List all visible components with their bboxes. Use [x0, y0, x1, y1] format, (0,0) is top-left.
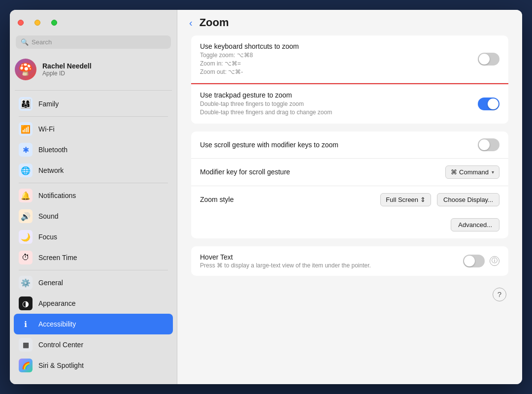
- keyboard-shortcuts-toggle[interactable]: [478, 53, 499, 66]
- main-content: ‹ Zoom Use keyboard shortcuts to zoom To…: [177, 10, 522, 384]
- sidebar-divider-4: [19, 270, 168, 270]
- scroll-gesture-toggle[interactable]: [478, 138, 499, 151]
- trackpad-gesture-row: Use trackpad gesture to zoom Double-tap …: [191, 84, 508, 124]
- stepper-arrows-icon: ⇕: [420, 196, 426, 203]
- main-header: ‹ Zoom: [177, 10, 522, 35]
- minimize-button[interactable]: [34, 20, 40, 26]
- profile-sub: Apple ID: [42, 70, 92, 77]
- screentime-icon: ⏱: [19, 251, 33, 264]
- sidebar-item-network[interactable]: 🌐 Network: [14, 160, 173, 181]
- sidebar-divider-3: [19, 183, 168, 183]
- sidebar-item-label: Bluetooth: [38, 146, 67, 154]
- sidebar-list: 👨‍👩‍👧 Family 📶 Wi-Fi ✱ Bluetooth 🌐 Netwo…: [10, 94, 177, 384]
- help-button[interactable]: ?: [493, 288, 506, 301]
- trackpad-gesture-highlighted: Use trackpad gesture to zoom Double-tap …: [191, 83, 508, 124]
- search-icon: 🔍: [21, 38, 29, 46]
- sidebar-item-sound[interactable]: 🔊 Sound: [14, 206, 173, 227]
- sidebar-item-label: Family: [38, 100, 59, 108]
- sidebar-item-accessibility[interactable]: ℹ Accessibility: [14, 314, 173, 334]
- sidebar-item-wifi[interactable]: 📶 Wi-Fi: [14, 119, 173, 139]
- sidebar-item-label: General: [38, 279, 63, 287]
- hover-text-card: Hover Text Press ⌘ to display a large-te…: [191, 246, 508, 276]
- sidebar-item-label: Screen Time: [38, 254, 77, 262]
- titlebar: [10, 10, 177, 35]
- close-button[interactable]: [18, 20, 24, 26]
- keyboard-shortcuts-desc: Toggle zoom: ⌥⌘8Zoom in: ⌥⌘=Zoom out: ⌥⌘…: [200, 51, 472, 76]
- sidebar-item-label: Appearance: [38, 299, 76, 307]
- sidebar-item-label: Siri & Spotlight: [38, 361, 84, 369]
- sidebar-item-bluetooth[interactable]: ✱ Bluetooth: [14, 139, 173, 160]
- main-window: 🔍 Search 🍄 Rachel Needell Apple ID 👨‍👩‍👧…: [10, 10, 522, 384]
- maximize-button[interactable]: [51, 20, 57, 26]
- trackpad-gesture-toggle[interactable]: [478, 98, 499, 110]
- trackpad-gesture-title: Use trackpad gesture to zoom: [200, 91, 472, 99]
- hover-text-info-button[interactable]: ⓘ: [490, 256, 499, 266]
- modifier-key-title: Modifier key for scroll gesture: [200, 168, 439, 176]
- siri-icon: 🌈: [19, 359, 33, 372]
- toggle-knob: [479, 54, 490, 65]
- scroll-gesture-card: Use scroll gesture with modifier keys to…: [191, 131, 508, 238]
- sidebar: 🔍 Search 🍄 Rachel Needell Apple ID 👨‍👩‍👧…: [10, 10, 177, 384]
- appearance-icon: ◑: [19, 296, 33, 310]
- sidebar-item-appearance[interactable]: ◑ Appearance: [14, 293, 173, 314]
- search-bar[interactable]: 🔍 Search: [16, 35, 171, 49]
- sidebar-item-label: Notifications: [38, 192, 76, 199]
- page-title: Zoom: [200, 16, 229, 29]
- sound-icon: 🔊: [19, 209, 33, 223]
- general-icon: ⚙️: [19, 276, 33, 290]
- search-input[interactable]: Search: [32, 38, 52, 46]
- modifier-key-row: Modifier key for scroll gesture ⌘ Comman…: [191, 159, 508, 186]
- hover-text-desc: Press ⌘ to display a large-text view of …: [200, 262, 458, 269]
- sidebar-item-notifications[interactable]: 🔔 Notifications: [14, 185, 173, 206]
- hover-text-toggle[interactable]: [463, 255, 485, 267]
- hover-text-title: Hover Text: [200, 253, 458, 261]
- sidebar-item-label: Network: [38, 166, 64, 174]
- advanced-row: Advanced...: [191, 213, 508, 238]
- sidebar-item-family[interactable]: 👨‍👩‍👧 Family: [14, 94, 173, 114]
- trackpad-gesture-desc: Double-tap three fingers to toggle zoomD…: [200, 100, 472, 117]
- avatar: 🍄: [15, 59, 36, 80]
- toggle-knob-3: [479, 139, 490, 150]
- zoom-style-stepper[interactable]: Full Screen ⇕: [380, 193, 431, 206]
- sidebar-item-screentime[interactable]: ⏱ Screen Time: [14, 247, 173, 268]
- advanced-button[interactable]: Advanced...: [451, 218, 499, 231]
- notifications-icon: 🔔: [19, 189, 33, 202]
- sidebar-item-label: Focus: [38, 233, 57, 241]
- controlcenter-icon: ▦: [19, 338, 33, 352]
- toggle-knob-4: [464, 256, 475, 266]
- bluetooth-icon: ✱: [19, 143, 33, 157]
- keyboard-shortcuts-title: Use keyboard shortcuts to zoom: [200, 42, 472, 50]
- sidebar-item-general[interactable]: ⚙️ General: [14, 272, 173, 293]
- profile-name: Rachel Needell: [42, 62, 92, 70]
- keyboard-shortcuts-row: Use keyboard shortcuts to zoom Toggle zo…: [191, 35, 508, 83]
- focus-icon: 🌙: [19, 230, 33, 244]
- sidebar-item-label: Control Center: [38, 341, 83, 349]
- chevron-down-icon: ▾: [492, 169, 494, 175]
- profile-section[interactable]: 🍄 Rachel Needell Apple ID: [10, 55, 177, 87]
- zoom-style-row: Zoom style Full Screen ⇕ Choose Display.…: [191, 186, 508, 213]
- sidebar-item-label: Accessibility: [38, 320, 76, 328]
- family-icon: 👨‍👩‍👧: [19, 97, 33, 111]
- wifi-icon: 📶: [19, 122, 33, 136]
- scroll-gesture-title: Use scroll gesture with modifier keys to…: [200, 141, 472, 149]
- choose-display-button[interactable]: Choose Display...: [437, 193, 499, 206]
- sidebar-item-focus[interactable]: 🌙 Focus: [14, 227, 173, 247]
- sidebar-item-controlcenter[interactable]: ▦ Control Center: [14, 334, 173, 355]
- zoom-style-label: Zoom style: [200, 196, 374, 203]
- hover-text-row: Hover Text Press ⌘ to display a large-te…: [191, 246, 508, 276]
- back-button[interactable]: ‹: [187, 17, 195, 29]
- network-icon: 🌐: [19, 164, 33, 177]
- content-area: Use keyboard shortcuts to zoom Toggle zo…: [177, 35, 522, 315]
- sidebar-item-label: Wi-Fi: [38, 125, 55, 133]
- sidebar-item-label: Sound: [38, 212, 58, 220]
- scroll-gesture-row: Use scroll gesture with modifier keys to…: [191, 131, 508, 159]
- toggle-knob-2: [488, 98, 499, 109]
- help-row: ?: [191, 284, 508, 301]
- sidebar-divider: [15, 90, 172, 91]
- accessibility-icon: ℹ: [19, 317, 33, 331]
- zoom-shortcuts-card: Use keyboard shortcuts to zoom Toggle zo…: [191, 35, 508, 124]
- sidebar-divider-2: [19, 116, 168, 117]
- sidebar-item-siri[interactable]: 🌈 Siri & Spotlight: [14, 355, 173, 376]
- modifier-key-dropdown[interactable]: ⌘ Command ▾: [445, 165, 499, 179]
